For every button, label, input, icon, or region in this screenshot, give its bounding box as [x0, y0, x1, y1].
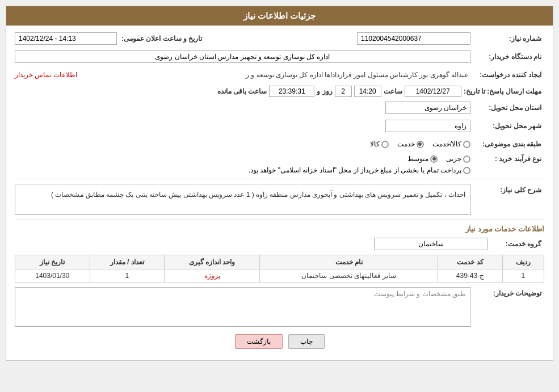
table-row: 1 ج-43-439 سایر فعالیتهای تخصصی ساختمان … [15, 269, 544, 283]
radio-kala-khadamat-label: کالا/خدمت [432, 140, 461, 148]
cell-name: سایر فعالیتهای تخصصی ساختمان [260, 269, 438, 283]
shomara-niaz-label: شماره نیاز: [470, 35, 544, 43]
noee-label: نوع فرآیند خرید : [470, 155, 544, 163]
cell-tedad: 1 [90, 269, 164, 283]
tozihat-textarea[interactable] [15, 287, 470, 327]
radio-motevaset-dot [430, 155, 438, 163]
services-table: ردیف کد خدمت نام خدمت واحد اندازه گیری ت… [15, 255, 544, 283]
radio-kala-dot [381, 141, 389, 148]
ejad-value: عبداله گوهری بور کارشناس مسئول امور قرار… [82, 70, 470, 80]
radio-kala[interactable]: کالا [370, 140, 389, 148]
radio-motevaset[interactable]: متوسط [407, 155, 438, 163]
days-label: روز و [317, 87, 332, 95]
dastgah-value: اداره کل نوسازی توسعه و تجهیز مدارس استا… [15, 50, 470, 63]
header-title: جزئیات اطلاعات نیاز [243, 11, 316, 20]
col-tedad: تعداد / مقدار [90, 255, 164, 269]
tabaqe-label: طبقه بندی موضوعی: [470, 140, 544, 148]
radio-asnad[interactable]: پرداخت تمام یا بخشی از مبلغ خریداز از مح… [249, 166, 470, 174]
cell-radif: 1 [502, 269, 544, 283]
shomara-niaz-value: 1102004542000637 [357, 32, 470, 45]
mohlet-time: 14:20 [354, 86, 381, 97]
tozihat-label: توضیحات خریدار: [470, 287, 544, 297]
tabaqe-options: کالا/خدمت خدمت کالا [370, 140, 470, 148]
radio-jozi-dot [463, 155, 470, 163]
radio-kala-label: کالا [370, 140, 380, 148]
print-button[interactable]: چاپ [288, 334, 325, 349]
back-button[interactable]: بازگشت [235, 334, 283, 349]
sharh-value: احداث ، تکمیل و تعمیر سرویس های بهداشتی … [15, 184, 470, 215]
radio-asnad-dot [463, 167, 470, 174]
cell-vahed[interactable]: پروژه [164, 269, 259, 283]
radio-kala-khadamat-dot [463, 141, 470, 148]
ejad-link[interactable]: اطلاعات تماس خریدار [15, 71, 77, 79]
mohlet-days: 2 [335, 86, 352, 97]
goroh-label: گروه خدمت: [487, 240, 544, 248]
ejad-label: ایجاد کننده درخواست: [470, 71, 544, 79]
radio-asnad-label: پرداخت تمام یا بخشی از مبلغ خریداز از مح… [249, 166, 461, 174]
col-vahed: واحد اندازه گیری [164, 255, 259, 269]
radio-khadamat[interactable]: خدمت [397, 140, 424, 148]
col-tarikh: تاریخ نیاز [15, 255, 90, 269]
divider2 [15, 220, 544, 220]
cell-tarikh: 1403/01/30 [15, 269, 90, 283]
ostan-label: استان محل تحویل: [470, 104, 544, 112]
remaining-label: ساعت باقی مانده [217, 87, 267, 95]
page-header: جزئیات اطلاعات نیاز [6, 6, 553, 26]
saet-label: ساعت [384, 87, 402, 95]
button-row: چاپ بازگشت [15, 334, 544, 349]
date-time-value: 1402/12/24 - 14:13 [15, 32, 117, 45]
mohlet-date: 1402/12/27 [405, 86, 461, 97]
shahr-label: شهر محل تحویل: [470, 122, 544, 130]
date-time-label: تاریخ و ساعت اعلان عمومی: [121, 35, 202, 43]
khadamat-title: اطلاعات خدمات مورد نیاز [15, 225, 544, 233]
mohlet-remaining: 23:39:31 [269, 86, 314, 97]
shahr-value: زاوه [385, 120, 470, 132]
col-kod: کد خدمت [438, 255, 502, 269]
cell-kod: ج-43-439 [438, 269, 502, 283]
col-radif: ردیف [502, 255, 544, 269]
noee-options: جزیی متوسط پرداخت تمام یا بخشی از مبلغ خ… [249, 155, 470, 174]
col-name: نام خدمت [260, 255, 438, 269]
sharh-label: شرح کلی نیاز: [470, 184, 544, 194]
divider1 [15, 179, 544, 179]
dastgah-label: نام دستگاه خریدار: [470, 53, 544, 61]
radio-khadamat-label: خدمت [397, 140, 415, 148]
ostan-value: خراسان رضوی [385, 102, 470, 114]
radio-jozi[interactable]: جزیی [446, 155, 470, 163]
radio-kala-khadamat[interactable]: کالا/خدمت [432, 140, 470, 148]
radio-motevaset-label: متوسط [407, 155, 428, 163]
radio-khadamat-dot [417, 141, 424, 148]
radio-jozi-label: جزیی [446, 155, 461, 163]
goroh-value: ساختمان [374, 238, 487, 250]
mohlet-label: مهلت ارسال پاسخ: تا تاریخ: [464, 87, 544, 95]
